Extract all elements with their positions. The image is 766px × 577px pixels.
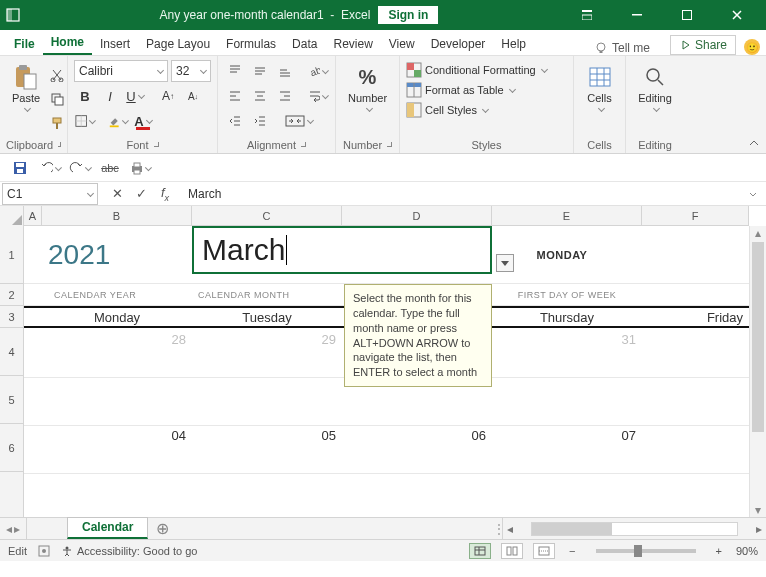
row-header-1[interactable]: 1 xyxy=(0,226,23,284)
tab-formulas[interactable]: Formulas xyxy=(218,33,284,55)
font-size-combo[interactable]: 32 xyxy=(171,60,211,82)
editing-button[interactable]: Editing xyxy=(632,60,678,116)
redo-icon[interactable] xyxy=(68,156,92,180)
alignment-launcher-icon[interactable] xyxy=(301,142,306,147)
row-header-5[interactable]: 5 xyxy=(0,376,23,424)
bold-button[interactable]: B xyxy=(74,85,96,107)
col-header-B[interactable]: B xyxy=(42,206,192,225)
view-normal-icon[interactable] xyxy=(469,543,491,559)
zoom-out-icon[interactable]: − xyxy=(565,545,579,557)
spellcheck-icon[interactable]: abc xyxy=(98,156,122,180)
app-home-icon[interactable] xyxy=(6,8,34,22)
row-headers[interactable]: 123456 xyxy=(0,226,24,517)
expand-formula-bar-icon[interactable] xyxy=(748,189,766,199)
align-right-icon[interactable] xyxy=(274,85,296,107)
borders-icon[interactable] xyxy=(74,110,96,132)
hscroll-thumb[interactable] xyxy=(532,523,612,535)
italic-button[interactable]: I xyxy=(99,85,121,107)
share-button[interactable]: Share xyxy=(670,35,736,55)
cell-styles-button[interactable]: Cell Styles xyxy=(406,102,567,118)
row-header-3[interactable]: 3 xyxy=(0,306,23,328)
orientation-icon[interactable]: ab xyxy=(307,60,329,82)
tab-insert[interactable]: Insert xyxy=(92,33,138,55)
column-headers[interactable]: ABCDEF xyxy=(0,206,749,226)
dropdown-button[interactable] xyxy=(496,254,514,272)
add-sheet-button[interactable]: ⊕ xyxy=(148,518,176,539)
col-header-E[interactable]: E xyxy=(492,206,642,225)
ribbon-options-icon[interactable] xyxy=(564,0,610,30)
col-header-C[interactable]: C xyxy=(192,206,342,225)
row-header-6[interactable]: 6 xyxy=(0,424,23,472)
worksheet-grid[interactable]: ABCDEF 123456 2021 MONDAY CALENDAR YEAR … xyxy=(0,206,766,517)
font-name-combo[interactable]: Calibri xyxy=(74,60,168,82)
tab-home[interactable]: Home xyxy=(43,31,92,55)
sheet-tab-calendar[interactable]: Calendar xyxy=(67,517,148,539)
collapse-ribbon-icon[interactable] xyxy=(748,137,760,149)
font-launcher-icon[interactable] xyxy=(154,142,159,147)
col-header-D[interactable]: D xyxy=(342,206,492,225)
copy-icon[interactable] xyxy=(46,88,68,110)
active-cell-editor[interactable]: March xyxy=(192,226,492,274)
macro-record-icon[interactable] xyxy=(37,544,51,558)
accessibility-status[interactable]: Accessibility: Good to go xyxy=(77,545,197,557)
zoom-in-icon[interactable]: + xyxy=(712,545,726,557)
col-header-F[interactable]: F xyxy=(642,206,749,225)
merge-center-icon[interactable] xyxy=(282,110,316,132)
align-bottom-icon[interactable] xyxy=(274,60,296,82)
fx-icon[interactable]: fx xyxy=(154,185,176,203)
tab-help[interactable]: Help xyxy=(493,33,534,55)
align-left-icon[interactable] xyxy=(224,85,246,107)
tab-developer[interactable]: Developer xyxy=(423,33,494,55)
increase-indent-icon[interactable] xyxy=(249,110,271,132)
sign-in-button[interactable]: Sign in xyxy=(378,6,438,24)
undo-icon[interactable] xyxy=(38,156,62,180)
tab-review[interactable]: Review xyxy=(325,33,380,55)
shrink-font-icon[interactable]: A↓ xyxy=(182,85,204,107)
align-center-icon[interactable] xyxy=(249,85,271,107)
tab-scroll-left-icon[interactable]: ◂ xyxy=(6,522,12,536)
tab-scroll-right-icon[interactable]: ▸ xyxy=(14,522,20,536)
underline-button[interactable]: U xyxy=(124,85,146,107)
font-color-icon[interactable]: A xyxy=(132,110,154,132)
align-middle-icon[interactable] xyxy=(249,60,271,82)
tab-view[interactable]: View xyxy=(381,33,423,55)
row-header-4[interactable]: 4 xyxy=(0,328,23,376)
formula-input[interactable]: March xyxy=(182,187,748,201)
align-top-icon[interactable] xyxy=(224,60,246,82)
format-painter-icon[interactable] xyxy=(46,112,68,134)
cells-area[interactable]: 2021 MONDAY CALENDAR YEAR CALENDAR MONTH… xyxy=(24,226,749,517)
tell-me[interactable]: Tell me xyxy=(612,41,650,55)
view-page-layout-icon[interactable] xyxy=(501,543,523,559)
save-icon[interactable] xyxy=(8,156,32,180)
minimize-icon[interactable] xyxy=(614,0,660,30)
number-format-button[interactable]: % Number xyxy=(342,60,393,116)
hscroll-left-icon[interactable]: ◂ xyxy=(503,522,517,536)
cancel-edit-icon[interactable]: ✕ xyxy=(106,186,128,201)
vertical-scrollbar[interactable]: ▴ ▾ xyxy=(749,226,766,517)
select-all-corner[interactable] xyxy=(0,206,24,226)
grow-font-icon[interactable]: A↑ xyxy=(157,85,179,107)
conditional-formatting-button[interactable]: Conditional Formatting xyxy=(406,62,567,78)
wrap-text-icon[interactable] xyxy=(307,85,329,107)
number-launcher-icon[interactable] xyxy=(387,142,392,147)
zoom-slider[interactable] xyxy=(596,549,696,553)
horizontal-scrollbar[interactable]: ◂ ▸ xyxy=(502,518,766,539)
zoom-level[interactable]: 90% xyxy=(736,545,758,557)
paste-button[interactable]: Paste xyxy=(6,60,46,134)
cut-icon[interactable] xyxy=(46,64,68,86)
format-as-table-button[interactable]: Format as Table xyxy=(406,82,567,98)
fill-color-icon[interactable] xyxy=(107,110,129,132)
view-page-break-icon[interactable] xyxy=(533,543,555,559)
quick-print-icon[interactable] xyxy=(128,156,152,180)
row-header-2[interactable]: 2 xyxy=(0,284,23,306)
feedback-smiley-icon[interactable]: 🙂 xyxy=(744,39,760,55)
name-box[interactable]: C1 xyxy=(2,183,98,205)
tab-data[interactable]: Data xyxy=(284,33,325,55)
cells-button[interactable]: Cells xyxy=(580,60,619,116)
col-header-A[interactable]: A xyxy=(24,206,42,225)
confirm-edit-icon[interactable]: ✓ xyxy=(130,186,152,201)
tab-page-layout[interactable]: Page Layou xyxy=(138,33,218,55)
tab-file[interactable]: File xyxy=(6,33,43,55)
hscroll-right-icon[interactable]: ▸ xyxy=(752,522,766,536)
decrease-indent-icon[interactable] xyxy=(224,110,246,132)
